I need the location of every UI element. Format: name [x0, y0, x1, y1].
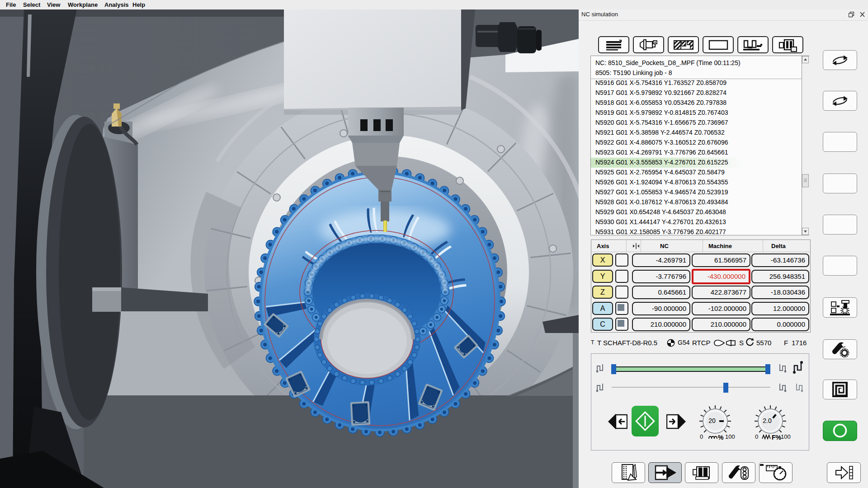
- svg-text:%: %: [718, 434, 724, 441]
- svg-text:F%: F%: [772, 434, 782, 441]
